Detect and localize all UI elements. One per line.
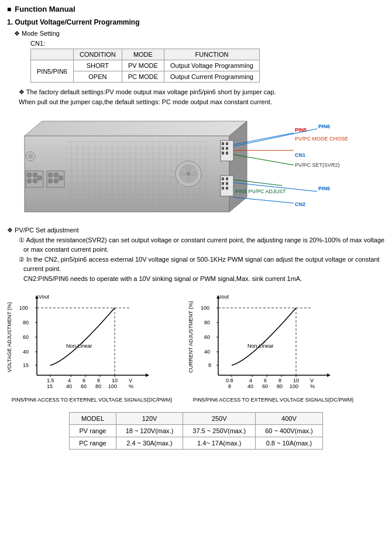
svg-text:V: V: [129, 378, 132, 383]
pc-range-250v: 1.4~ 17A(max.): [183, 437, 256, 450]
svg-text:15: 15: [23, 362, 29, 368]
svg-point-41: [187, 172, 190, 176]
svg-text:60: 60: [204, 334, 210, 340]
mode-setting-label: ❖ Mode Setting: [14, 30, 385, 37]
svg-point-74: [27, 179, 32, 183]
svg-text:10: 10: [112, 378, 118, 383]
pc-range-row: PC range 2.4 ~ 30A(max.) 1.4~ 17A(max.) …: [70, 437, 323, 450]
right-chart-wrap: CURRENT ADJUSTMENT (%) Iout: [188, 290, 358, 395]
right-chart-container: CURRENT ADJUSTMENT (%) Iout: [188, 290, 358, 403]
pv-pc-point2b: CN2:PIN5/PIN6 needs to operate with a 10…: [23, 274, 385, 284]
svg-point-79: [48, 179, 53, 183]
left-chart-area: Vout 100 80 60 40: [16, 290, 157, 395]
svg-text:1.5: 1.5: [47, 378, 54, 383]
svg-point-73: [27, 173, 32, 177]
svg-text:CN2: CN2: [295, 201, 305, 207]
svg-rect-53: [226, 182, 228, 185]
right-chart-y-label: CURRENT ADJUSTMENT (%): [188, 290, 197, 384]
svg-text:8: 8: [278, 378, 281, 383]
pc-function-cell: Output Current Programming: [164, 71, 260, 83]
svg-text:6: 6: [264, 378, 267, 383]
factory-note: ❖ The factory default settings:PV mode o…: [19, 87, 385, 107]
svg-text:80: 80: [204, 320, 210, 325]
svg-text:60: 60: [81, 383, 87, 389]
svg-marker-124: [327, 373, 331, 377]
page-title: Function Manual: [7, 5, 385, 13]
svg-text:40: 40: [247, 383, 253, 389]
data-table-wrap: MODEL 120V 250V 400V PV range 18 ~ 120V(…: [7, 412, 385, 450]
data-table-header-row: MODEL 120V 250V 400V: [70, 413, 323, 425]
svg-text:Non-Linear: Non-Linear: [66, 343, 92, 349]
svg-text:60: 60: [262, 383, 268, 389]
svg-point-82: [59, 176, 63, 180]
svg-text:CN1: CN1: [295, 152, 305, 158]
svg-point-76: [33, 179, 37, 183]
col-condition: CONDITION: [73, 49, 122, 60]
svg-text:Non-Linear: Non-Linear: [247, 343, 274, 349]
left-chart-container: VOLTAGE ADJUSTMENT (%) Vout: [7, 290, 177, 403]
device-diagram: PIN5 PIN6 PV/PC MODE CHOSE CN1 PV/PC SET…: [7, 112, 385, 221]
note-line1: ❖ The factory default settings:PV mode o…: [19, 87, 385, 97]
pv-pc-point1: ① Adjust the resistance(SVR2) can set ou…: [19, 235, 385, 255]
svg-rect-54: [222, 187, 224, 190]
svg-marker-1: [25, 121, 247, 136]
pv-function-cell: Output Voltage Programming: [164, 60, 260, 71]
svg-text:40: 40: [204, 349, 210, 355]
th-250v: 250V: [183, 413, 256, 425]
svg-point-80: [54, 173, 59, 177]
svg-text:Vout: Vout: [39, 294, 50, 300]
svg-text:4: 4: [249, 378, 252, 383]
left-chart-caption: PIN5/PIN6 ACCESS TO EXTERNEL VOLTAGE SIG…: [7, 397, 177, 403]
svg-point-77: [37, 176, 42, 180]
svg-rect-43: [222, 142, 224, 145]
svg-rect-44: [222, 147, 224, 150]
pv-range-row: PV range 18 ~ 120V(max.) 37.5 ~ 250V(max…: [70, 425, 323, 437]
svg-point-81: [54, 179, 59, 183]
pc-range-label: PC range: [70, 437, 116, 450]
pv-mode-cell: PV MODE: [122, 60, 164, 71]
svg-rect-47: [222, 152, 224, 155]
pv-pc-title: ❖ PV/PC Set adjustment: [7, 225, 385, 235]
svg-point-75: [33, 173, 37, 177]
mode-table: CONDITION MODE FUNCTION PIN5/PIN6 SHORT …: [30, 49, 260, 83]
svg-rect-51: [222, 182, 224, 185]
svg-text:10: 10: [293, 378, 299, 383]
svg-text:PIN6: PIN6: [318, 186, 330, 191]
svg-rect-45: [226, 142, 228, 145]
svg-text:%: %: [129, 383, 133, 389]
mode-table-wrap: CN1: CONDITION MODE FUNCTION PIN5/PIN6 S…: [30, 40, 385, 83]
device-svg: PIN5 PIN6 PV/PC MODE CHOSE CN1 PV/PC SET…: [7, 112, 387, 221]
svg-marker-88: [146, 373, 149, 377]
svg-text:80: 80: [277, 383, 283, 389]
svg-text:4: 4: [68, 378, 71, 383]
svg-point-78: [48, 173, 53, 177]
svg-text:PIN5 PV/PC ADJUST: PIN5 PV/PC ADJUST: [235, 188, 286, 194]
section-title: 1. Output Voltage/Current Programming: [7, 18, 385, 26]
svg-text:40: 40: [66, 383, 72, 389]
svg-text:%: %: [310, 383, 315, 389]
charts-row: VOLTAGE ADJUSTMENT (%) Vout: [7, 290, 385, 403]
th-400v: 400V: [256, 413, 323, 425]
right-chart-svg: Iout 100 80 60 40: [198, 290, 338, 393]
svg-text:60: 60: [23, 334, 29, 340]
svg-text:PV/PC SET(SVR2): PV/PC SET(SVR2): [295, 162, 340, 168]
note-line2: When pull out the jumper cap,the default…: [19, 97, 385, 107]
svg-text:Iout: Iout: [220, 294, 229, 300]
svg-text:V: V: [310, 378, 314, 383]
svg-text:80: 80: [95, 383, 101, 389]
svg-text:100: 100: [290, 383, 298, 389]
pv-range-400v: 60 ~ 400V(max.): [256, 425, 323, 437]
svg-rect-48: [226, 152, 228, 155]
pin56-cell: PIN5/PIN6: [31, 60, 74, 83]
svg-text:8: 8: [97, 378, 100, 383]
pc-range-400v: 0.8 ~ 10A(max.): [256, 437, 323, 450]
col-mode: MODE: [122, 49, 164, 60]
svg-text:100: 100: [108, 383, 117, 389]
svg-point-84: [28, 154, 33, 159]
svg-text:8: 8: [228, 383, 231, 389]
right-chart-area: Iout 100 80 60 40: [198, 290, 338, 395]
pc-range-120v: 2.4 ~ 30A(max.): [116, 437, 183, 450]
pv-pc-section: ❖ PV/PC Set adjustment ① Adjust the resi…: [7, 225, 385, 283]
short-cell: SHORT: [73, 60, 122, 71]
left-chart-wrap: VOLTAGE ADJUSTMENT (%) Vout: [7, 290, 177, 395]
